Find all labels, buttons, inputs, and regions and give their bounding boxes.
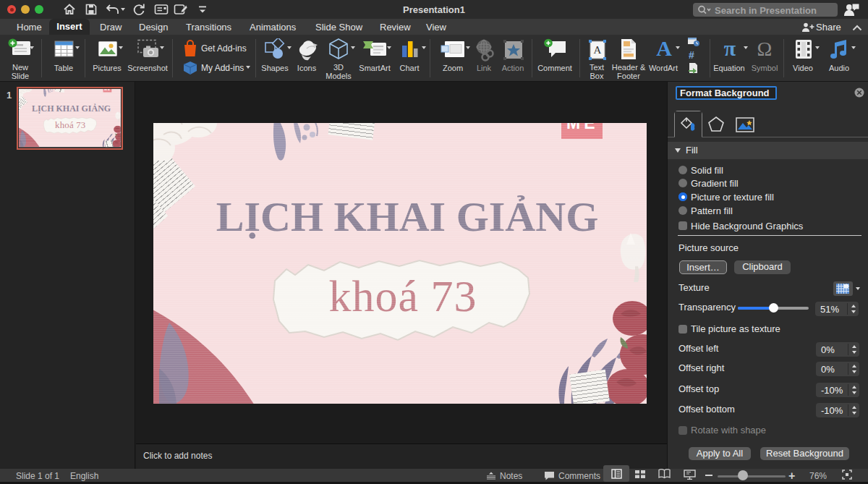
svg-text:A: A	[594, 44, 602, 56]
